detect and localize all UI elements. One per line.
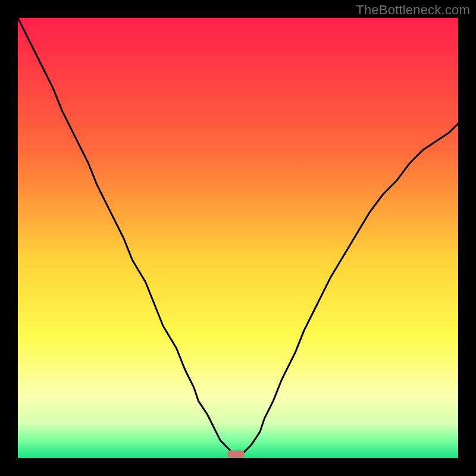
- heat-gradient-background: [18, 18, 458, 458]
- watermark-label: TheBottleneck.com: [356, 2, 470, 18]
- chart-frame: TheBottleneck.com: [0, 0, 476, 476]
- svg-rect-0: [18, 18, 458, 458]
- plot-area: [18, 18, 458, 458]
- optimal-point-marker: [227, 450, 245, 458]
